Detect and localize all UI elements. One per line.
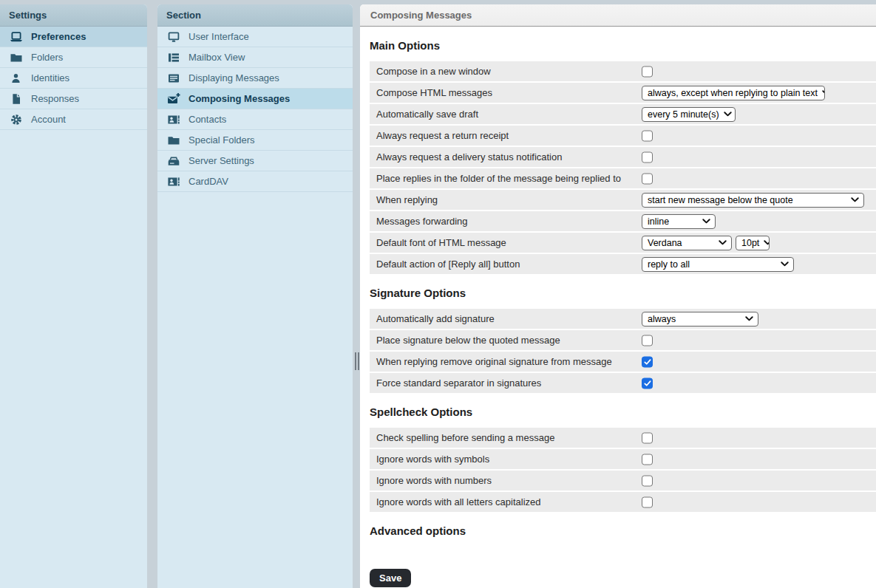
row-control bbox=[642, 356, 653, 367]
row-control bbox=[642, 335, 653, 346]
settings-row: Messages forwardinginline bbox=[370, 211, 876, 231]
compose-in-a-new-window-checkbox[interactable] bbox=[642, 66, 653, 77]
row-label: Automatically add signature bbox=[370, 313, 495, 324]
row-control bbox=[642, 454, 653, 465]
nav-item-label: CardDAV bbox=[189, 176, 228, 187]
row-label: Place replies in the folder of the messa… bbox=[370, 173, 621, 184]
place-replies-in-the-folder-of-the-message-being-checkbox[interactable] bbox=[642, 173, 653, 184]
nav-item-responses[interactable]: Responses bbox=[0, 89, 147, 109]
settings-row: Automatically save draftevery 5 minute(s… bbox=[370, 104, 876, 124]
automatically-save-draft-select[interactable]: every 5 minute(s) bbox=[642, 107, 736, 122]
row-control: always bbox=[642, 312, 758, 327]
settings-row: When replyingstart new message below the… bbox=[370, 190, 876, 210]
compose-html-messages-select[interactable]: always, except when replying to plain te… bbox=[642, 86, 825, 100]
section-heading-advanced-options: Advanced options bbox=[370, 524, 876, 537]
nav-item-mailbox-view[interactable]: Mailbox View bbox=[157, 47, 353, 68]
content-panel: Composing Messages Main OptionsCompose i… bbox=[360, 4, 876, 588]
place-signature-below-the-quoted-message-checkbox[interactable] bbox=[642, 335, 653, 346]
row-label: Default font of HTML message bbox=[370, 237, 506, 248]
nav-item-label: Account bbox=[31, 114, 66, 125]
display-icon bbox=[10, 31, 23, 43]
settings-row: Ignore words with all letters capitalize… bbox=[370, 492, 876, 512]
nav-item-label: Mailbox View bbox=[189, 52, 245, 63]
settings-row: Force standard separator in signatures bbox=[370, 373, 876, 393]
nav-item-identities[interactable]: Identities bbox=[0, 68, 147, 89]
force-standard-separator-in-signatures-checkbox[interactable] bbox=[642, 377, 653, 389]
check-icon bbox=[644, 358, 651, 365]
folder-icon bbox=[10, 52, 23, 64]
chevron-down-icon bbox=[822, 90, 825, 95]
document-icon bbox=[10, 93, 23, 105]
ignore-words-with-symbols-checkbox[interactable] bbox=[642, 454, 653, 465]
check-spelling-before-sending-a-message-checkbox[interactable] bbox=[642, 432, 653, 443]
nav-item-account[interactable]: Account bbox=[0, 109, 147, 130]
row-label: Ignore words with all letters capitalize… bbox=[370, 496, 541, 507]
settings-row: Always request a delivery status notific… bbox=[370, 147, 876, 167]
folder-icon bbox=[167, 134, 180, 146]
row-control bbox=[642, 377, 653, 389]
row-label: When replying remove original signature … bbox=[370, 356, 612, 367]
row-label: Default action of [Reply all] button bbox=[370, 259, 520, 270]
row-label: Compose HTML messages bbox=[370, 87, 492, 98]
row-label: Ignore words with symbols bbox=[370, 454, 489, 465]
settings-row: Place replies in the folder of the messa… bbox=[370, 168, 876, 188]
default-font-of-html-message-0-select[interactable]: Verdana bbox=[642, 236, 732, 250]
server-icon bbox=[167, 155, 180, 167]
section-nav-list: User InterfaceMailbox ViewDisplaying Mes… bbox=[157, 27, 353, 192]
settings-row: Default action of [Reply all] buttonrepl… bbox=[370, 254, 876, 274]
section-heading-main-options: Main Options bbox=[370, 39, 876, 52]
nav-item-folders[interactable]: Folders bbox=[0, 47, 147, 68]
chevron-down-icon bbox=[745, 316, 753, 321]
list-icon bbox=[167, 52, 180, 64]
messages-forwarding-select[interactable]: inline bbox=[642, 214, 716, 229]
settings-row: Default font of HTML messageVerdana10pt bbox=[370, 233, 876, 253]
automatically-add-signature-select[interactable]: always bbox=[642, 312, 758, 327]
nav-item-composing-messages[interactable]: Composing Messages bbox=[157, 89, 353, 109]
nav-item-preferences[interactable]: Preferences bbox=[0, 27, 147, 47]
nav-item-user-interface[interactable]: User Interface bbox=[157, 27, 353, 47]
when-replying-remove-original-signature-from-mes-checkbox[interactable] bbox=[642, 356, 653, 367]
nav-item-contacts[interactable]: Contacts bbox=[157, 109, 353, 130]
nav-item-special-folders[interactable]: Special Folders bbox=[157, 130, 353, 151]
settings-row: Automatically add signaturealways bbox=[370, 309, 876, 329]
message-icon bbox=[167, 72, 180, 84]
settings-form: Main OptionsCompose in a new windowCompo… bbox=[360, 27, 876, 587]
always-request-a-delivery-status-notification-checkbox[interactable] bbox=[642, 151, 653, 163]
nav-item-label: Composing Messages bbox=[189, 93, 290, 104]
vcard-icon bbox=[167, 114, 180, 126]
default-font-of-html-message-1-select[interactable]: 10pt bbox=[736, 236, 770, 250]
select-value: every 5 minute(s) bbox=[648, 109, 719, 120]
row-control bbox=[642, 173, 653, 184]
chevron-down-icon bbox=[851, 197, 859, 202]
row-label: Ignore words with numbers bbox=[370, 475, 492, 486]
chevron-down-icon bbox=[781, 261, 789, 267]
row-control: every 5 minute(s) bbox=[642, 107, 736, 122]
nav-item-carddav[interactable]: CardDAV bbox=[157, 171, 353, 192]
when-replying-select[interactable]: start new message below the quote bbox=[642, 193, 864, 208]
settings-row: Compose HTML messagesalways, except when… bbox=[370, 83, 876, 103]
nav-item-server-settings[interactable]: Server Settings bbox=[157, 151, 353, 171]
select-value: 10pt bbox=[741, 238, 759, 248]
row-control bbox=[642, 432, 653, 443]
page-title: Composing Messages bbox=[360, 4, 876, 27]
ignore-words-with-numbers-checkbox[interactable] bbox=[642, 475, 653, 486]
row-label: When replying bbox=[370, 194, 438, 205]
ignore-words-with-all-letters-capitalized-checkbox[interactable] bbox=[642, 496, 653, 507]
settings-nav-list: PreferencesFoldersIdentitiesResponsesAcc… bbox=[0, 27, 147, 130]
settings-row: When replying remove original signature … bbox=[370, 352, 876, 372]
nav-item-label: Displaying Messages bbox=[189, 72, 279, 83]
row-control bbox=[642, 66, 653, 77]
settings-sidebar: Settings PreferencesFoldersIdentitiesRes… bbox=[0, 4, 147, 588]
chevron-down-icon bbox=[719, 240, 727, 245]
compose-icon bbox=[167, 93, 180, 105]
nav-item-label: Server Settings bbox=[189, 155, 254, 166]
nav-item-displaying-messages[interactable]: Displaying Messages bbox=[157, 68, 353, 89]
chevron-down-icon bbox=[702, 219, 710, 224]
splitter-handle[interactable] bbox=[354, 352, 360, 370]
default-action-of-reply-all-button-select[interactable]: reply to all bbox=[642, 257, 794, 272]
row-label: Always request a delivery status notific… bbox=[370, 151, 562, 163]
save-button[interactable]: Save bbox=[370, 569, 411, 587]
select-value: inline bbox=[648, 216, 669, 227]
always-request-a-return-receipt-checkbox[interactable] bbox=[642, 130, 653, 141]
nav-item-label: Contacts bbox=[189, 114, 226, 125]
